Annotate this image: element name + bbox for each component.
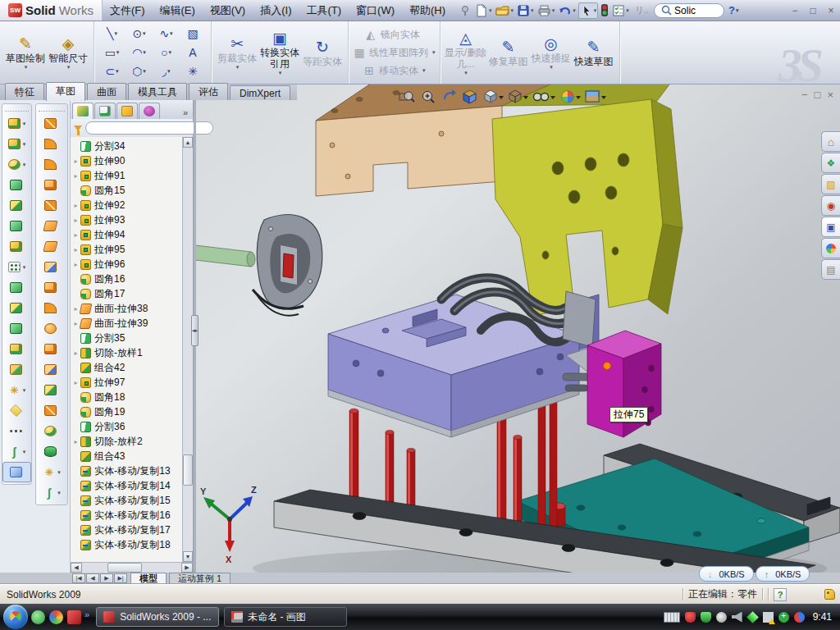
purple-mold-block[interactable] (328, 294, 599, 437)
solidworks-resources[interactable] (821, 131, 840, 152)
splitter-handle[interactable]: ◂▸ (191, 315, 199, 346)
scrollbar-thumb[interactable] (107, 563, 142, 573)
core[interactable] (36, 277, 67, 298)
security-shield-icon[interactable] (701, 612, 711, 623)
planar-surface[interactable] (36, 216, 67, 236)
volume-icon[interactable] (732, 612, 742, 623)
quick-launch-chevron[interactable]: » (84, 609, 89, 619)
tree-item[interactable]: ▸ 拉伸93 (71, 212, 193, 227)
toolbar-overflow-label[interactable]: リ.. (635, 4, 649, 16)
scroll-right-button[interactable]: ▶ (181, 563, 193, 573)
parting-surface[interactable] (36, 236, 67, 257)
pin-icon[interactable] (458, 2, 472, 19)
ribbon-button[interactable]: ✎ 修复草图 (487, 38, 530, 67)
reference-axis[interactable] (2, 421, 31, 441)
edit-appearance-icon[interactable] (562, 91, 581, 103)
tree-item[interactable]: 分割36 (71, 419, 193, 434)
command-tab[interactable]: DimXpert (230, 85, 290, 100)
tree-item[interactable]: ▸ 拉伸90 (71, 153, 193, 168)
reference-point[interactable]: ✳ ▾ (2, 380, 31, 400)
more-tabs-chevron[interactable]: » (180, 107, 191, 119)
extend-surface[interactable] (36, 175, 67, 195)
tree-item[interactable]: 实体-移动/复制17 (71, 523, 193, 537)
tree-item[interactable]: 圆角15 (71, 183, 193, 198)
tree-item[interactable]: 实体-移动/复制13 (71, 463, 193, 478)
command-tab[interactable]: 曲面 (87, 83, 126, 100)
ruled-surface[interactable] (36, 298, 67, 318)
scroll-left-button[interactable]: ◀ (71, 563, 82, 573)
health-icon[interactable] (778, 612, 789, 623)
tree-item[interactable]: 圆角16 (71, 272, 193, 286)
messenger-icon[interactable] (794, 612, 805, 623)
next[interactable]: ▶ (100, 573, 113, 583)
scale[interactable] (36, 339, 67, 359)
doc-restore-button[interactable]: □ (815, 89, 821, 101)
circle-tool[interactable]: ⊙ ▾ (126, 27, 153, 40)
toolbar-grip[interactable] (5, 105, 29, 112)
menu-item[interactable]: 编辑(E) (153, 1, 203, 21)
scroll-down-button[interactable]: ▼ (183, 551, 193, 562)
arc-tool[interactable]: ◠ ▾ (126, 46, 153, 59)
mirror[interactable] (2, 318, 31, 339)
ribbon-button[interactable]: ◎ 快速捕捉 ▾ (530, 34, 573, 71)
expand-arrow-icon[interactable]: ▸ (71, 158, 80, 165)
tree-item[interactable]: ▸ 切除-放样2 (71, 434, 193, 449)
mold-helix[interactable]: ʃ ▾ (36, 482, 67, 503)
tree-item[interactable]: 分割34 (71, 139, 193, 153)
expand-arrow-icon[interactable]: ▸ (71, 438, 80, 445)
apply-scene-icon[interactable] (586, 91, 606, 102)
expand-arrow-icon[interactable]: ▸ (71, 246, 80, 253)
lofted-boss[interactable] (2, 195, 31, 216)
taskbar-clock[interactable]: 9:41 (813, 611, 832, 623)
trim-surface[interactable] (36, 154, 67, 175)
draft-analysis[interactable] (36, 400, 67, 421)
save-icon[interactable]: ▾ (516, 2, 535, 19)
rectangle-tool[interactable]: ▭ ▾ (98, 46, 126, 59)
3d-assembly[interactable]: Y Z X (195, 84, 840, 573)
move-copy-body[interactable] (2, 359, 31, 380)
close-button[interactable]: × (822, 3, 840, 18)
new-document-icon[interactable]: ▾ (474, 2, 493, 19)
expand-arrow-icon[interactable]: ▸ (71, 261, 80, 268)
tree-item[interactable]: 圆角19 (71, 404, 193, 419)
knit-surface[interactable] (36, 380, 67, 400)
sync-icon[interactable] (746, 611, 759, 623)
rib[interactable] (2, 277, 31, 298)
ribbon-button[interactable]: ◬ 显示/删除几... ▾ (445, 29, 487, 76)
tree-item[interactable]: 组合42 (71, 360, 193, 375)
input-keyboard-icon[interactable] (664, 612, 680, 623)
tree-item[interactable]: ▸ 切除-放样1 (71, 345, 193, 360)
file-explorer[interactable] (821, 174, 840, 194)
expand-arrow-icon[interactable]: ▸ (71, 172, 80, 180)
quick-launch-solidworks[interactable] (67, 610, 81, 624)
previous[interactable]: ◀ (86, 573, 99, 583)
menu-item[interactable]: 窗口(W) (349, 1, 402, 21)
sketch-fillet-tool[interactable]: ◞ ▾ (153, 65, 180, 78)
insert-mold-folders[interactable] (36, 359, 67, 380)
ribbon-button[interactable]: ▦ 线性草图阵列 ▾ (353, 44, 436, 61)
select-cursor-icon[interactable]: ▾ (578, 2, 599, 19)
point-tool[interactable]: ✳ (180, 65, 207, 78)
delete-face[interactable] (36, 318, 67, 339)
first[interactable]: |◀ (72, 573, 85, 583)
dimxpertmanager[interactable] (139, 103, 160, 119)
measure[interactable] (2, 462, 31, 482)
menu-item[interactable]: 工具(T) (299, 1, 349, 21)
graphics-viewport[interactable]: Y Z X − □ × 拉伸75 (195, 84, 840, 573)
search-box[interactable] (654, 3, 724, 18)
ribbon-button[interactable]: ✎ 快速草图 (573, 38, 615, 67)
rebuild-traffic-light-icon[interactable] (600, 2, 609, 19)
propertymanager[interactable] (94, 103, 116, 119)
doc-minimize-button[interactable]: − (801, 89, 808, 101)
view-orientation-icon[interactable] (485, 90, 504, 103)
status-help-button[interactable]: ? (774, 588, 787, 601)
expand-arrow-icon[interactable]: ▸ (71, 349, 80, 357)
reference-plane[interactable] (2, 400, 31, 421)
polygon-tool[interactable]: ⬡ ▾ (126, 65, 153, 78)
yellow-bracket[interactable] (492, 84, 682, 316)
start-button[interactable] (3, 605, 28, 629)
ribbon-button[interactable]: ◈ 智能尺寸 ▾ (47, 34, 89, 71)
restore-button[interactable]: □ (804, 3, 822, 18)
draft[interactable] (2, 236, 31, 257)
tree-item[interactable]: ▸ 拉伸97 (71, 375, 193, 390)
